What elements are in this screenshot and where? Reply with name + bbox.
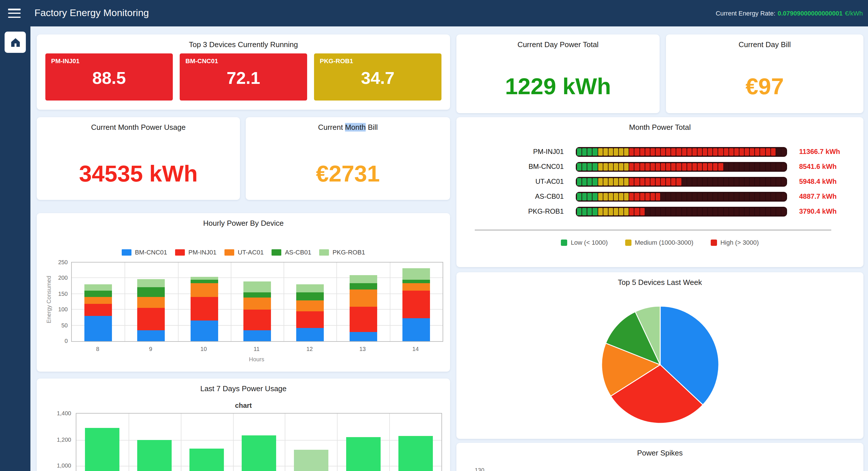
legend-item[interactable]: PKG-ROB1	[319, 249, 365, 256]
segmented-bar[interactable]	[576, 162, 787, 172]
energy-rate: Current Energy Rate: 0.07909000000000001…	[716, 0, 863, 26]
bar-segment	[718, 193, 723, 200]
bar-segment	[729, 163, 733, 170]
segmented-bar[interactable]	[576, 206, 787, 216]
stacked-bar[interactable]	[137, 279, 165, 341]
bar-segment	[724, 178, 728, 185]
legend-item[interactable]: UT-AC01	[224, 249, 264, 256]
segmented-bar[interactable]	[576, 192, 787, 201]
x-tick-label: 14	[389, 346, 442, 352]
bar-segment	[349, 332, 377, 341]
chart-subtitle: chart	[37, 402, 450, 410]
y-tick-label: 1,000	[48, 462, 71, 469]
bar-segment	[645, 178, 650, 185]
bar-segment	[609, 178, 613, 185]
bar-segment	[603, 148, 608, 155]
bar-segment	[698, 163, 702, 170]
card-day-total: Current Day Power Total 1229 kWh	[456, 34, 660, 113]
bar-segment	[755, 163, 760, 170]
bar[interactable]	[242, 435, 276, 471]
bar-segment	[402, 291, 430, 318]
bar-segment	[713, 163, 718, 170]
bar-segment	[761, 178, 765, 185]
legend-item[interactable]: Medium (1000-3000)	[625, 239, 693, 246]
gridline	[181, 414, 181, 471]
x-axis-ticks: 891011121314	[71, 346, 442, 353]
device-value: 72.1	[227, 68, 260, 88]
stacked-bar[interactable]	[190, 276, 218, 341]
card-title: Hourly Power By Device	[37, 213, 450, 228]
stacked-bar[interactable]	[349, 275, 377, 341]
bar-segment	[734, 208, 739, 215]
bar-segment	[718, 163, 723, 170]
card-title: Top 3 Devices Currently Running	[37, 34, 450, 49]
device-kwh-value: 5948.4 kWh	[799, 177, 837, 185]
bar-segment	[629, 178, 634, 185]
bar-segment	[582, 178, 587, 185]
bar[interactable]	[85, 428, 120, 471]
bar[interactable]	[137, 440, 172, 471]
card-title: Current Day Bill	[666, 34, 863, 49]
legend-item[interactable]: PM-INJ01	[175, 249, 216, 256]
bar-segment	[745, 148, 749, 155]
stacked-bar[interactable]	[297, 285, 324, 341]
legend-item[interactable]: AS-CB01	[272, 249, 311, 256]
card-title: Current Month Power Usage	[37, 117, 240, 131]
segmented-bar[interactable]	[576, 177, 787, 186]
bar-segment	[402, 318, 430, 341]
bar-segment	[629, 148, 634, 155]
menu-icon[interactable]	[8, 9, 21, 18]
bar-segment	[776, 163, 781, 170]
stacked-bar[interactable]	[84, 285, 112, 341]
device-tile: PM-INJ01 88.5	[45, 53, 173, 100]
month-device-row: PM-INJ0111366.7 kWh	[456, 144, 863, 159]
bar-segment	[190, 280, 218, 283]
bar-segment	[582, 193, 587, 200]
bar[interactable]	[294, 449, 329, 471]
bar[interactable]	[346, 437, 380, 471]
y-tick-label: 0	[45, 338, 68, 344]
bar-segment	[745, 178, 749, 185]
bar-segment	[614, 208, 618, 215]
day-bill-value: €97	[666, 73, 863, 99]
stacked-bar[interactable]	[243, 282, 271, 341]
bar-segment	[588, 178, 592, 185]
bar-segment	[771, 208, 775, 215]
x-tick-label: 12	[283, 346, 336, 352]
main-content: Top 3 Devices Currently Running PM-INJ01…	[30, 26, 868, 471]
x-tick-label: 11	[230, 346, 283, 352]
bar-segment	[750, 148, 754, 155]
bar[interactable]	[189, 449, 224, 471]
bar-segment	[771, 163, 775, 170]
bar-segment	[297, 300, 324, 311]
stacked-bar[interactable]	[402, 268, 430, 341]
bar-segment	[698, 208, 702, 215]
legend-label: Medium (1000-3000)	[634, 239, 693, 246]
bar-segment	[734, 178, 739, 185]
bar[interactable]	[398, 436, 433, 471]
legend-item[interactable]: High (> 3000)	[711, 239, 759, 246]
legend-item[interactable]: Low (< 1000)	[561, 239, 608, 246]
bar-segment	[677, 163, 681, 170]
bar-segment	[708, 148, 712, 155]
bar-segment	[614, 163, 618, 170]
bar-segment	[297, 328, 324, 341]
segmented-bar[interactable]	[576, 147, 787, 156]
bar-segment	[640, 178, 644, 185]
legend-swatch	[625, 239, 631, 245]
bar-segment	[755, 178, 760, 185]
bar-segment	[724, 208, 728, 215]
bar-segment	[750, 163, 754, 170]
legend-item[interactable]: BM-CNC01	[122, 249, 167, 256]
month-total-rows: PM-INJ0111366.7 kWhBM-CNC018541.6 kWhUT-…	[456, 144, 863, 219]
device-tiles: PM-INJ01 88.5 BM-CNC01 72.1 PKG-ROB1 34.…	[37, 53, 450, 100]
bar-segment	[640, 208, 644, 215]
bar-segment	[761, 163, 765, 170]
y-axis-tick: 130	[475, 467, 484, 471]
bar-segment	[619, 178, 623, 185]
bar-segment	[84, 304, 112, 316]
x-axis-title: Hours	[71, 356, 442, 362]
card-month-usage: Current Month Power Usage 34535 kWh	[37, 117, 240, 200]
home-button[interactable]	[5, 32, 26, 53]
last7-plot-area	[76, 413, 442, 471]
